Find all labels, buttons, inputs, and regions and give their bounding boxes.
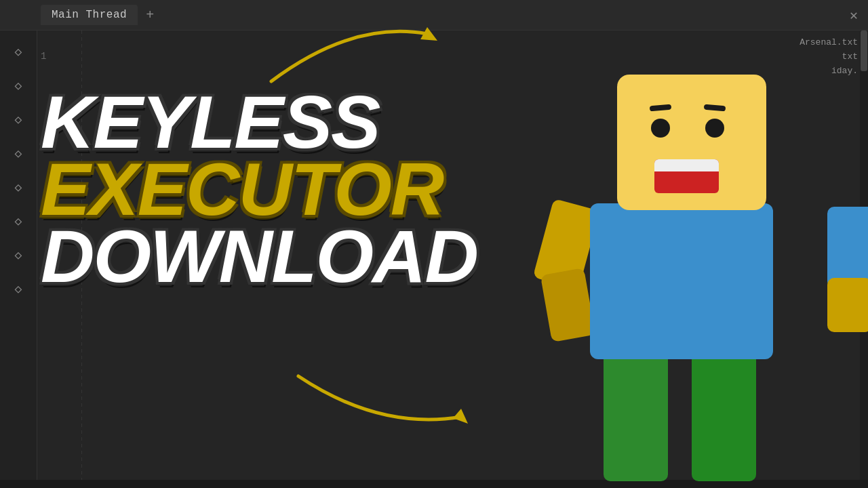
brow-left <box>650 104 672 112</box>
arm-right <box>827 207 868 342</box>
eye-left <box>651 119 670 138</box>
title-download: DOWNLOAD <box>41 222 477 289</box>
leg-right <box>692 346 756 481</box>
line-numbers: 1 <box>37 44 64 68</box>
title-container: KEYLESS EXECUTOR DOWNLOAD <box>41 88 477 289</box>
eye-right <box>705 119 724 138</box>
arm-right-upper <box>827 207 868 288</box>
arm-left-lower <box>540 268 595 342</box>
main-thread-tab[interactable]: Main Thread <box>41 5 138 25</box>
new-tab-button[interactable]: + <box>146 7 154 23</box>
diamond-icon-6[interactable]: ◇ <box>7 210 29 232</box>
brow-right <box>704 104 726 112</box>
mouth-teeth <box>654 159 719 171</box>
diamond-icon-3[interactable]: ◇ <box>7 108 29 130</box>
line-number-1: 1 <box>41 51 61 62</box>
diamond-icon-8[interactable]: ◇ <box>7 278 29 300</box>
roblox-noob <box>536 61 868 488</box>
title-executor: EXECUTOR <box>41 155 477 222</box>
arm-right-lower <box>827 278 868 332</box>
arm-left <box>542 203 590 339</box>
diamond-icon-7[interactable]: ◇ <box>7 244 29 266</box>
diamond-icon-4[interactable]: ◇ <box>7 142 29 164</box>
svg-marker-1 <box>453 409 468 424</box>
noob-body <box>590 203 773 359</box>
noob-head <box>617 75 766 210</box>
tab-label: Main Thread <box>52 9 127 21</box>
title-keyless: KEYLESS <box>41 88 477 155</box>
diamond-icon-5[interactable]: ◇ <box>7 176 29 198</box>
diamond-icon-1[interactable]: ◇ <box>7 41 29 62</box>
main-container: ▶ ◇ ◇ ◇ ◇ ◇ ◇ ◇ ◇ Main Thread + ✕ 1 Arse… <box>0 0 868 488</box>
leg-left <box>604 346 668 481</box>
arrow-bottom <box>285 363 475 447</box>
diamond-icon-2[interactable]: ◇ <box>7 75 29 96</box>
left-icon-panel: ▶ ◇ ◇ ◇ ◇ ◇ ◇ ◇ ◇ <box>0 0 37 488</box>
noob-mouth <box>654 159 719 193</box>
roblox-character-area <box>475 30 868 488</box>
close-button[interactable]: ✕ <box>850 7 858 24</box>
